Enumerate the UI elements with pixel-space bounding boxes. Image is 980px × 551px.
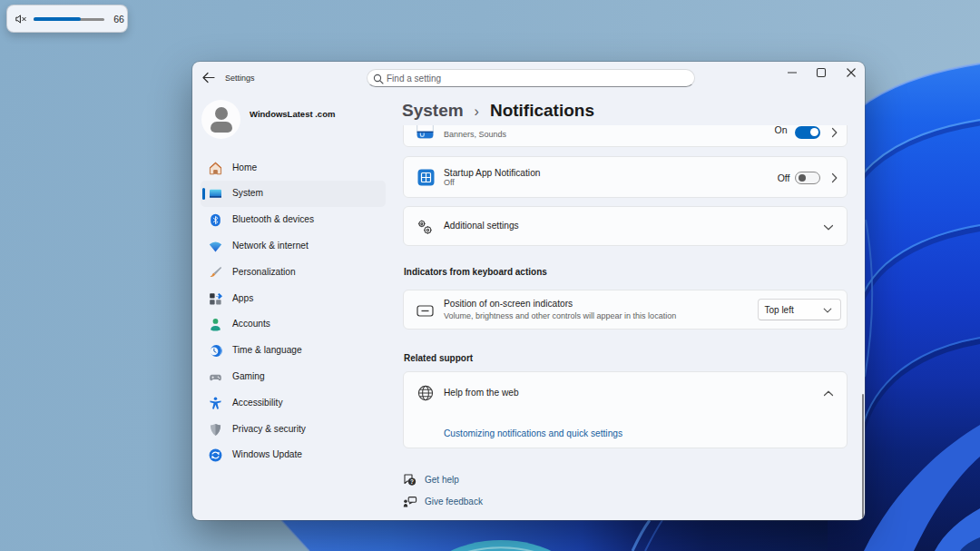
svg-text:?: ? <box>410 478 414 485</box>
